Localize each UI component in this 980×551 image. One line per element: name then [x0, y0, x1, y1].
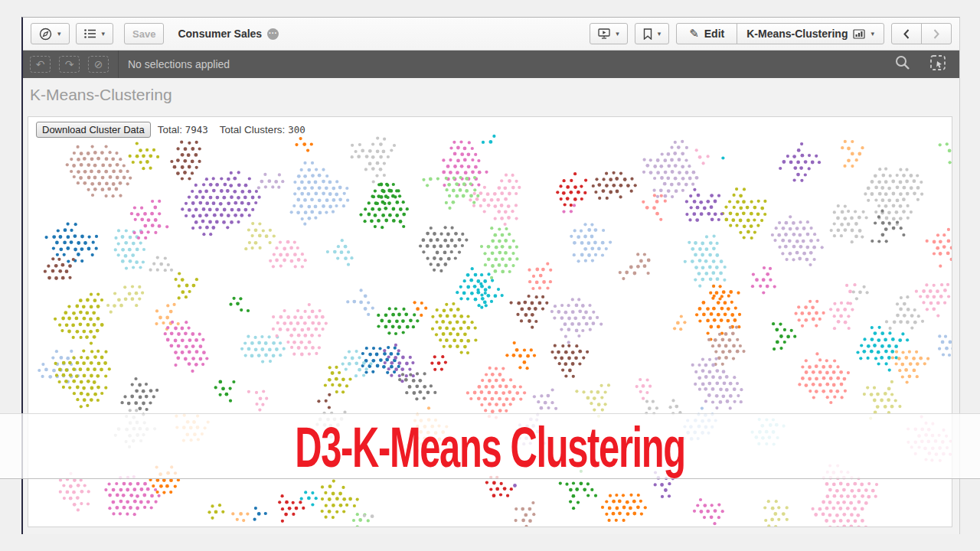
app-title: Consumer Sales ··· [178, 28, 279, 40]
selections-divider [118, 51, 119, 78]
list-menu-icon [84, 28, 96, 39]
title-overlay-band: D3-K-Means Clustering [0, 413, 980, 479]
sheet-selector[interactable]: K-Means-Clustering ▾ [737, 23, 884, 44]
clusters-value: 300 [288, 124, 305, 135]
selections-bar: ↶ ↷ ⊘ No selections applied [23, 51, 959, 78]
app-options-button[interactable]: ▾ [76, 23, 114, 44]
page-title: K-Means-Clustering [30, 86, 172, 104]
download-cluster-data-button[interactable]: Download Cluster Data [36, 122, 151, 138]
app-info-icon[interactable]: ··· [267, 28, 279, 40]
step-forward-button[interactable]: ↷ [59, 56, 80, 73]
bookmarks-button[interactable]: ▾ [635, 23, 670, 44]
app-navigation-button[interactable]: ▾ [31, 23, 70, 44]
panel-header: Download Cluster Data Total: 7943 Total … [36, 122, 305, 138]
sheet-controls: ✎ Edit K-Means-Clustering ▾ [676, 23, 884, 44]
clear-selections-button[interactable]: ⊘ [88, 56, 109, 73]
chevron-down-icon: ▾ [102, 31, 106, 37]
save-label: Save [132, 28, 155, 40]
total-value: 7943 [185, 124, 208, 135]
next-sheet-button[interactable] [921, 23, 952, 44]
clusters-label: Total Clusters: [220, 124, 286, 135]
chevron-down-icon: ▾ [871, 31, 874, 37]
clusters-stat: Total Clusters: 300 [220, 124, 305, 135]
chevron-down-icon: ▾ [658, 31, 662, 37]
navigation-compass-icon [39, 28, 52, 41]
previous-sheet-button[interactable] [891, 23, 922, 44]
toolbar: ▾ ▾ Save Consumer Sales ··· [23, 18, 959, 51]
sheet-grid-icon [853, 29, 865, 39]
total-stat: Total: 7943 [158, 124, 208, 135]
bookmark-icon [643, 28, 652, 40]
sheet-nav [891, 23, 952, 44]
chevron-left-icon [903, 29, 910, 39]
sheet-selector-label: K-Means-Clustering [746, 28, 848, 40]
selections-message: No selections applied [128, 58, 230, 70]
smart-search-icon[interactable] [894, 54, 911, 74]
screen: ▾ ▾ Save Consumer Sales ··· [0, 0, 980, 551]
chevron-down-icon: ▾ [616, 31, 619, 37]
edit-label: Edit [704, 28, 724, 40]
save-button[interactable]: Save [124, 23, 164, 44]
pencil-icon: ✎ [689, 27, 699, 41]
storytelling-button[interactable]: ▾ [590, 23, 628, 44]
edit-button[interactable]: ✎ Edit [676, 23, 737, 44]
overlay-title: D3-K-Means Clustering [295, 413, 685, 480]
presentation-icon [598, 28, 610, 39]
app-title-label: Consumer Sales [178, 28, 262, 40]
chevron-right-icon [933, 29, 939, 39]
total-label: Total: [158, 124, 182, 135]
selections-tools [894, 54, 946, 74]
selections-tool-icon[interactable] [929, 54, 946, 74]
chevron-down-icon: ▾ [57, 31, 61, 37]
toolbar-right: ▾ ▾ ✎ Edit K-Means-Clustering [590, 23, 952, 44]
step-back-button[interactable]: ↶ [30, 56, 51, 73]
